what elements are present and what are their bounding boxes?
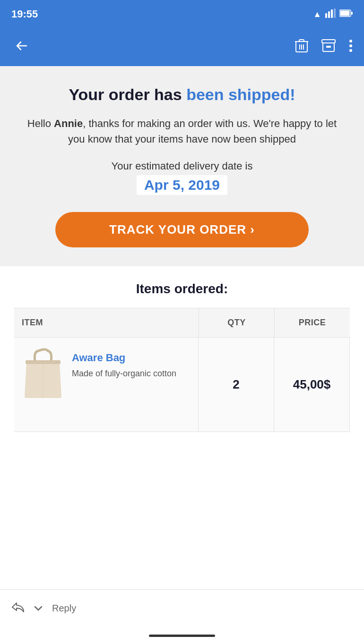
items-title: Items ordered: bbox=[14, 281, 350, 297]
track-order-button[interactable]: TRACK YOUR ORDER › bbox=[55, 212, 309, 247]
svg-rect-18 bbox=[26, 360, 61, 364]
battery-icon bbox=[339, 9, 353, 19]
svg-rect-3 bbox=[334, 8, 336, 18]
hero-subtitle: Hello Annie, thanks for making an order … bbox=[24, 116, 340, 147]
app-bar-left bbox=[11, 36, 32, 59]
table-row: Aware Bag Made of fully-organic cotton 2… bbox=[14, 338, 350, 432]
hero-subtitle-part2: , thanks for making an order with us. We… bbox=[68, 118, 337, 145]
bottom-bar: Reply bbox=[0, 589, 364, 627]
table-header-item: ITEM bbox=[14, 308, 199, 337]
svg-rect-14 bbox=[326, 46, 331, 48]
more-options-icon[interactable] bbox=[349, 39, 353, 56]
delete-icon[interactable] bbox=[295, 38, 308, 57]
delivery-text: Your estimated delivery date is bbox=[24, 160, 340, 172]
status-time: 19:55 bbox=[11, 8, 38, 20]
svg-point-16 bbox=[349, 44, 352, 47]
product-info: Aware Bag Made of fully-organic cotton bbox=[72, 347, 176, 380]
hero-title-highlight: been shipped! bbox=[186, 85, 295, 103]
hero-subtitle-part1: Hello bbox=[27, 118, 54, 129]
home-indicator bbox=[0, 627, 364, 644]
reply-label: Reply bbox=[52, 603, 76, 614]
app-bar-right bbox=[295, 38, 353, 57]
svg-point-15 bbox=[349, 40, 352, 42]
product-description: Made of fully-organic cotton bbox=[72, 368, 176, 380]
table-header: ITEM QTY PRICE bbox=[14, 308, 350, 338]
wifi-icon: ▲ bbox=[313, 9, 321, 19]
items-section: Items ordered: ITEM QTY PRICE bbox=[0, 266, 364, 432]
table-cell-qty: 2 bbox=[199, 338, 274, 432]
table-cell-price: 45,00$ bbox=[274, 338, 350, 432]
signal-icon bbox=[325, 8, 336, 20]
svg-rect-5 bbox=[351, 12, 353, 15]
hero-title-normal: Your order has bbox=[69, 85, 186, 103]
table-header-qty: QTY bbox=[199, 308, 274, 337]
svg-point-17 bbox=[349, 49, 352, 52]
hero-subtitle-name: Annie bbox=[54, 118, 83, 129]
archive-icon[interactable] bbox=[321, 39, 336, 56]
home-bar bbox=[149, 635, 215, 637]
status-icons: ▲ bbox=[313, 8, 353, 20]
svg-rect-6 bbox=[340, 10, 350, 16]
dropdown-icon[interactable] bbox=[34, 603, 43, 614]
product-name: Aware Bag bbox=[72, 352, 176, 364]
table-header-price: PRICE bbox=[274, 308, 350, 337]
svg-rect-1 bbox=[328, 11, 330, 18]
svg-rect-2 bbox=[331, 9, 333, 18]
table-cell-item: Aware Bag Made of fully-organic cotton bbox=[14, 338, 199, 432]
status-bar: 19:55 ▲ bbox=[0, 0, 364, 28]
back-button[interactable] bbox=[11, 36, 32, 59]
app-bar bbox=[0, 28, 364, 66]
reply-icon[interactable] bbox=[11, 602, 25, 616]
svg-rect-0 bbox=[325, 13, 327, 18]
hero-title: Your order has been shipped! bbox=[24, 85, 340, 104]
svg-rect-12 bbox=[322, 40, 335, 43]
product-image bbox=[22, 347, 64, 399]
hero-section: Your order has been shipped! Hello Annie… bbox=[0, 66, 364, 266]
delivery-date: Apr 5, 2019 bbox=[137, 175, 227, 195]
